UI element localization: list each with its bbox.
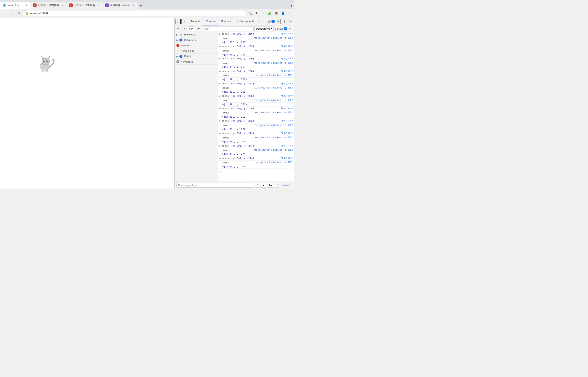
- devtools-inspect-icon[interactable]: ⬚: [176, 19, 181, 24]
- log-devtools-link-9[interactable]: react_devtools_backend.js:4082: [253, 136, 293, 139]
- log-props-expand-9[interactable]: ▶ {x: 391, y: 274}: [218, 140, 294, 144]
- tab-close-csdn2[interactable]: ✕: [96, 3, 100, 7]
- sidebar-item-messages[interactable]: ▶ ☰ 150 messa...: [175, 32, 218, 37]
- devtools-overflow-icon[interactable]: ⋮: [282, 19, 287, 24]
- log-expand-btn[interactable]: ▶: [219, 32, 221, 36]
- tab-components[interactable]: ⚛ Components: [234, 18, 257, 25]
- extensions-icon[interactable]: 🧩: [267, 10, 273, 16]
- default-levels-selector[interactable]: Default levels ▾: [254, 26, 273, 31]
- sidebar-item-errors[interactable]: ✕ No errors: [175, 43, 218, 48]
- tab-react-app[interactable]: ⚛ React App ✕: [0, 2, 30, 9]
- log-expand-btn-3[interactable]: ▶: [219, 57, 221, 60]
- log-devtools-link-6[interactable]: react_devtools_backend.js:4082: [253, 99, 293, 102]
- find-string-input[interactable]: [176, 183, 254, 188]
- tab-react-high[interactable]: ⚛ 高阶组件 – React ✕: [103, 2, 138, 9]
- console-log-area[interactable]: ▶ props {x: 392, y: 256} App.js:49 props…: [218, 32, 294, 182]
- log-source-link-11[interactable]: App.js:49: [281, 157, 293, 160]
- console-context-selector[interactable]: top ▾: [187, 26, 195, 31]
- log-source-link-2[interactable]: App.js:49: [281, 45, 293, 48]
- log-props-expand-11[interactable]: ▶ {x: 391, y: 274}: [218, 165, 294, 169]
- log-devtools-link[interactable]: react_devtools_backend.js:4082: [253, 36, 293, 40]
- console-more-arrow[interactable]: ›: [218, 169, 294, 174]
- log-props-expand-4[interactable]: ▶ {x: 391, y: 260}: [218, 78, 294, 82]
- sidebar-item-warnings[interactable]: ⚠ No warnings: [175, 48, 218, 54]
- match-case-button[interactable]: Aa: [267, 183, 273, 188]
- log-expand-btn-6[interactable]: ▶: [219, 94, 221, 98]
- tab-sources-label: Sources: [221, 20, 231, 23]
- log-expand-btn-2[interactable]: ▶: [219, 45, 221, 48]
- sidebar-warnings-label: No warnings: [181, 49, 194, 52]
- tab-csdn-1[interactable]: C 写文章-CSDN博客 ✕: [30, 2, 67, 9]
- log-source-link-3[interactable]: App.js:49: [281, 57, 293, 60]
- log-props-expand-5[interactable]: ▶ {x: 391, y: 263}: [218, 90, 294, 94]
- sidebar-item-info[interactable]: ▶ i 150 info: [175, 54, 218, 59]
- cancel-button[interactable]: Cancel: [281, 183, 292, 188]
- log-props-expand-8[interactable]: ▶ {x: 391, y: 272}: [218, 127, 294, 131]
- log-devtools-link-4[interactable]: react_devtools_backend.js:4082: [253, 74, 293, 77]
- tab-close-react[interactable]: ✕: [24, 3, 28, 7]
- find-next-button[interactable]: ∨: [261, 183, 266, 188]
- tab-close-react-high[interactable]: ✕: [131, 3, 135, 7]
- search-icon[interactable]: 🔍: [247, 10, 253, 16]
- log-devtools-link-7[interactable]: react_devtools_backend.js:4082: [253, 111, 293, 114]
- tab-console[interactable]: Console: [203, 18, 218, 25]
- log-props-expand-6[interactable]: ▶ {x: 391, y: 266}: [218, 103, 294, 106]
- log-source-link[interactable]: App.js:49: [281, 32, 293, 35]
- log-devtools-link-8[interactable]: react_devtools_backend.js:4082: [253, 124, 293, 127]
- tab-close-csdn1[interactable]: ✕: [60, 3, 64, 7]
- log-expand-btn-9[interactable]: ▶: [219, 132, 221, 135]
- expand-icon-messages: ▶: [176, 34, 178, 36]
- share-icon[interactable]: ⬆: [254, 10, 260, 16]
- log-props-devtools-4: props react_devtools_backend.js:4082: [218, 74, 294, 78]
- log-expand-btn-10[interactable]: ▶: [219, 144, 221, 148]
- reload-button[interactable]: ↻: [16, 10, 22, 16]
- back-button[interactable]: ←: [2, 10, 8, 16]
- log-props-expand-2[interactable]: ▶ {x: 391, y: 259}: [218, 53, 294, 57]
- log-expand-btn-11[interactable]: ▶: [219, 157, 221, 160]
- log-props-expand-3[interactable]: ▶ {x: 391, y: 260}: [218, 65, 294, 69]
- log-devtools-link-11[interactable]: react_devtools_backend.js:4082: [253, 161, 293, 164]
- find-prev-button[interactable]: ∧: [255, 183, 260, 188]
- forward-button[interactable]: →: [9, 10, 15, 16]
- log-devtools-link-3[interactable]: react_devtools_backend.js:4082: [253, 61, 293, 65]
- log-props-expand[interactable]: ▶ {x: 392, y: 256}: [218, 40, 294, 44]
- devtools-more-tabs[interactable]: »: [257, 20, 260, 23]
- log-props-expand-7[interactable]: ▶ {x: 391, y: 269}: [218, 115, 294, 119]
- log-devtools-link-10[interactable]: react_devtools_backend.js:4082: [253, 149, 293, 152]
- log-source-link-8[interactable]: App.js:49: [281, 119, 293, 122]
- log-devtools-link-2[interactable]: react_devtools_backend.js:4082: [253, 49, 293, 52]
- filter-input[interactable]: [202, 26, 254, 31]
- devtools-close-icon[interactable]: ✕: [288, 19, 293, 24]
- log-expand-btn-5[interactable]: ▶: [219, 82, 221, 85]
- log-devtools-link-5[interactable]: react_devtools_backend.js:4082: [253, 86, 293, 90]
- address-bar[interactable]: 🔒 localhost:3000: [23, 10, 246, 16]
- log-expand-btn-4[interactable]: ▶: [219, 70, 221, 73]
- menu-icon[interactable]: ⋮: [286, 10, 292, 16]
- tab-csdn-2[interactable]: C 写文章-CSDN博客 ✕: [67, 2, 103, 9]
- log-source-link-6[interactable]: App.js:49: [281, 94, 293, 98]
- devtools-settings-icon[interactable]: ⚙: [276, 19, 281, 24]
- devtools-device-icon[interactable]: □: [181, 19, 186, 24]
- log-source-link-9[interactable]: App.js:49: [281, 132, 293, 135]
- console-clear-button[interactable]: ⊘: [182, 26, 186, 31]
- tab-sources[interactable]: Sources: [219, 18, 233, 25]
- log-source-link-7[interactable]: App.js:49: [281, 107, 293, 110]
- log-expand-btn-8[interactable]: ▶: [219, 119, 221, 123]
- sidebar-toggle-icon[interactable]: ▣: [273, 10, 279, 16]
- console-sidebar-toggle[interactable]: ☰: [176, 26, 181, 31]
- tab-more-button[interactable]: ▾: [289, 3, 294, 9]
- log-expand-btn-7[interactable]: ▶: [219, 107, 221, 110]
- log-props-expand-10[interactable]: ▶ {x: 391, y: 274}: [218, 152, 294, 156]
- regex-button[interactable]: .*: [275, 183, 279, 188]
- console-eye-icon[interactable]: 👁: [196, 26, 201, 31]
- tab-elements[interactable]: Elements: [187, 18, 203, 25]
- profile-icon[interactable]: 👤: [280, 10, 286, 16]
- sidebar-item-user[interactable]: ▶ i 150 user m...: [175, 37, 218, 43]
- bookmark-icon[interactable]: ☆: [260, 10, 266, 16]
- log-source-link-10[interactable]: App.js:49: [281, 144, 293, 147]
- log-source-link-5[interactable]: App.js:49: [281, 82, 293, 85]
- sidebar-item-verbose[interactable]: V No verbose: [175, 59, 218, 65]
- log-source-link-4[interactable]: App.js:49: [281, 70, 293, 73]
- new-tab-button[interactable]: +: [138, 3, 144, 9]
- console-settings-icon[interactable]: ⚙: [288, 26, 293, 31]
